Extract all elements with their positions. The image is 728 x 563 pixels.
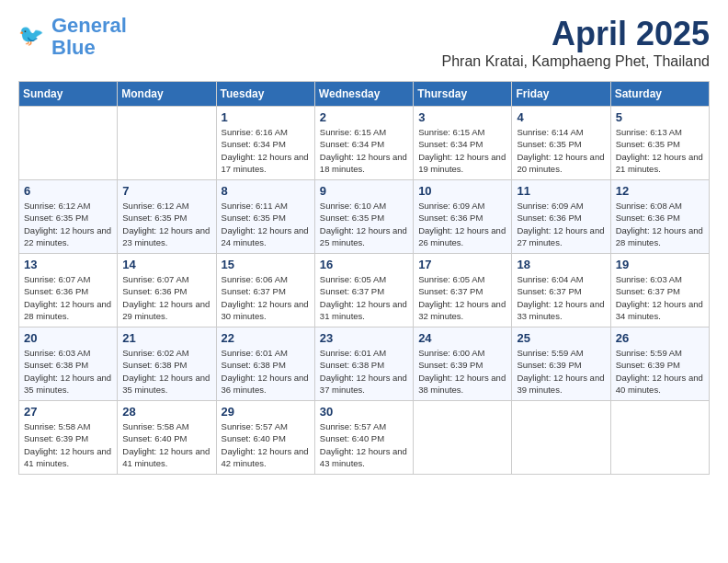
day-number: 15 [222, 258, 310, 271]
table-row: 26Sunrise: 5:59 AMSunset: 6:39 PMDayligh… [610, 327, 709, 401]
day-number: 14 [122, 258, 210, 271]
day-number: 25 [517, 331, 605, 345]
day-info: Sunrise: 6:16 AMSunset: 6:34 PMDaylight:… [222, 126, 310, 175]
day-number: 20 [24, 331, 112, 345]
col-tuesday: Tuesday [216, 82, 314, 107]
day-info: Sunrise: 6:14 AMSunset: 6:35 PMDaylight:… [517, 126, 605, 175]
table-row: 8Sunrise: 6:11 AMSunset: 6:35 PMDaylight… [216, 180, 314, 254]
table-row: 4Sunrise: 6:14 AMSunset: 6:35 PMDaylight… [512, 107, 610, 180]
table-row: 14Sunrise: 6:07 AMSunset: 6:36 PMDayligh… [118, 254, 216, 327]
day-info: Sunrise: 6:05 AMSunset: 6:37 PMDaylight:… [418, 273, 506, 322]
calendar-week-row: 13Sunrise: 6:07 AMSunset: 6:36 PMDayligh… [19, 254, 710, 327]
calendar-week-row: 20Sunrise: 6:03 AMSunset: 6:38 PMDayligh… [19, 327, 710, 401]
table-row [512, 401, 610, 475]
day-number: 1 [222, 110, 310, 124]
day-info: Sunrise: 6:15 AMSunset: 6:34 PMDaylight:… [418, 126, 506, 175]
logo-line2: Blue [51, 36, 96, 59]
day-number: 7 [122, 184, 210, 198]
day-number: 16 [320, 258, 408, 271]
day-info: Sunrise: 6:07 AMSunset: 6:36 PMDaylight:… [122, 273, 210, 322]
day-number: 24 [418, 331, 506, 345]
calendar-subtitle: Phran Kratai, Kamphaeng Phet, Thailand [442, 53, 710, 70]
day-number: 26 [616, 331, 704, 345]
day-info: Sunrise: 6:07 AMSunset: 6:36 PMDaylight:… [24, 273, 112, 322]
table-row: 27Sunrise: 5:58 AMSunset: 6:39 PMDayligh… [19, 401, 118, 475]
table-row: 21Sunrise: 6:02 AMSunset: 6:38 PMDayligh… [118, 327, 216, 401]
table-row: 11Sunrise: 6:09 AMSunset: 6:36 PMDayligh… [512, 180, 610, 254]
col-sunday: Sunday [19, 82, 118, 107]
col-friday: Friday [512, 82, 610, 107]
logo-bird-icon: 🐦 [18, 22, 48, 52]
table-row: 17Sunrise: 6:05 AMSunset: 6:37 PMDayligh… [414, 254, 512, 327]
table-row: 1Sunrise: 6:16 AMSunset: 6:34 PMDaylight… [216, 107, 314, 180]
day-number: 28 [122, 405, 210, 419]
day-info: Sunrise: 6:06 AMSunset: 6:37 PMDaylight:… [222, 273, 310, 322]
table-row: 18Sunrise: 6:04 AMSunset: 6:37 PMDayligh… [512, 254, 610, 327]
day-number: 11 [517, 184, 605, 198]
day-info: Sunrise: 6:03 AMSunset: 6:37 PMDaylight:… [616, 273, 704, 322]
logo: 🐦 General Blue [18, 15, 127, 59]
title-block: April 2025 Phran Kratai, Kamphaeng Phet,… [442, 15, 710, 70]
table-row: 19Sunrise: 6:03 AMSunset: 6:37 PMDayligh… [610, 254, 709, 327]
table-row: 2Sunrise: 6:15 AMSunset: 6:34 PMDaylight… [314, 107, 413, 180]
day-info: Sunrise: 5:57 AMSunset: 6:40 PMDaylight:… [320, 420, 408, 469]
day-info: Sunrise: 6:08 AMSunset: 6:36 PMDaylight:… [616, 200, 704, 248]
table-row: 6Sunrise: 6:12 AMSunset: 6:35 PMDaylight… [19, 180, 118, 254]
day-info: Sunrise: 6:05 AMSunset: 6:37 PMDaylight:… [320, 273, 408, 322]
day-info: Sunrise: 6:11 AMSunset: 6:35 PMDaylight:… [222, 200, 310, 248]
day-info: Sunrise: 6:12 AMSunset: 6:35 PMDaylight:… [122, 200, 210, 248]
table-row: 15Sunrise: 6:06 AMSunset: 6:37 PMDayligh… [216, 254, 314, 327]
day-info: Sunrise: 5:58 AMSunset: 6:39 PMDaylight:… [24, 420, 112, 469]
table-row [19, 107, 118, 180]
day-number: 2 [320, 110, 408, 124]
col-saturday: Saturday [610, 82, 709, 107]
table-row: 16Sunrise: 6:05 AMSunset: 6:37 PMDayligh… [314, 254, 413, 327]
table-row: 13Sunrise: 6:07 AMSunset: 6:36 PMDayligh… [19, 254, 118, 327]
day-info: Sunrise: 6:12 AMSunset: 6:35 PMDaylight:… [24, 200, 112, 248]
calendar-title: April 2025 [442, 15, 710, 53]
day-info: Sunrise: 6:13 AMSunset: 6:35 PMDaylight:… [616, 126, 704, 175]
day-number: 6 [24, 184, 112, 198]
day-number: 3 [418, 110, 506, 124]
day-number: 23 [320, 331, 408, 345]
table-row: 3Sunrise: 6:15 AMSunset: 6:34 PMDaylight… [414, 107, 512, 180]
day-number: 12 [616, 184, 704, 198]
calendar-week-row: 6Sunrise: 6:12 AMSunset: 6:35 PMDaylight… [19, 180, 710, 254]
table-row [118, 107, 216, 180]
col-thursday: Thursday [414, 82, 512, 107]
page-header: 🐦 General Blue April 2025 Phran Kratai, … [18, 15, 710, 70]
day-number: 18 [517, 258, 605, 271]
logo-line1: General [51, 14, 127, 37]
day-info: Sunrise: 6:00 AMSunset: 6:39 PMDaylight:… [418, 347, 506, 396]
day-info: Sunrise: 6:04 AMSunset: 6:37 PMDaylight:… [517, 273, 605, 322]
table-row: 22Sunrise: 6:01 AMSunset: 6:38 PMDayligh… [216, 327, 314, 401]
day-info: Sunrise: 6:10 AMSunset: 6:35 PMDaylight:… [320, 200, 408, 248]
day-number: 30 [320, 405, 408, 419]
table-row: 10Sunrise: 6:09 AMSunset: 6:36 PMDayligh… [414, 180, 512, 254]
day-number: 4 [517, 110, 605, 124]
day-number: 10 [418, 184, 506, 198]
table-row: 5Sunrise: 6:13 AMSunset: 6:35 PMDaylight… [610, 107, 709, 180]
day-info: Sunrise: 6:01 AMSunset: 6:38 PMDaylight:… [222, 347, 310, 396]
day-info: Sunrise: 6:09 AMSunset: 6:36 PMDaylight:… [517, 200, 605, 248]
day-info: Sunrise: 6:09 AMSunset: 6:36 PMDaylight:… [418, 200, 506, 248]
day-number: 19 [616, 258, 704, 271]
logo-text: General Blue [51, 15, 127, 59]
table-row [610, 401, 709, 475]
table-row [414, 401, 512, 475]
table-row: 25Sunrise: 5:59 AMSunset: 6:39 PMDayligh… [512, 327, 610, 401]
calendar-header-row: Sunday Monday Tuesday Wednesday Thursday… [19, 82, 710, 107]
table-row: 23Sunrise: 6:01 AMSunset: 6:38 PMDayligh… [314, 327, 413, 401]
day-info: Sunrise: 5:58 AMSunset: 6:40 PMDaylight:… [122, 420, 210, 469]
day-number: 22 [222, 331, 310, 345]
day-number: 17 [418, 258, 506, 271]
day-info: Sunrise: 6:02 AMSunset: 6:38 PMDaylight:… [122, 347, 210, 396]
day-info: Sunrise: 6:15 AMSunset: 6:34 PMDaylight:… [320, 126, 408, 175]
table-row: 12Sunrise: 6:08 AMSunset: 6:36 PMDayligh… [610, 180, 709, 254]
table-row: 30Sunrise: 5:57 AMSunset: 6:40 PMDayligh… [314, 401, 413, 475]
day-number: 27 [24, 405, 112, 419]
day-info: Sunrise: 5:59 AMSunset: 6:39 PMDaylight:… [517, 347, 605, 396]
day-number: 5 [616, 110, 704, 124]
svg-text:🐦: 🐦 [18, 24, 44, 49]
table-row: 24Sunrise: 6:00 AMSunset: 6:39 PMDayligh… [414, 327, 512, 401]
